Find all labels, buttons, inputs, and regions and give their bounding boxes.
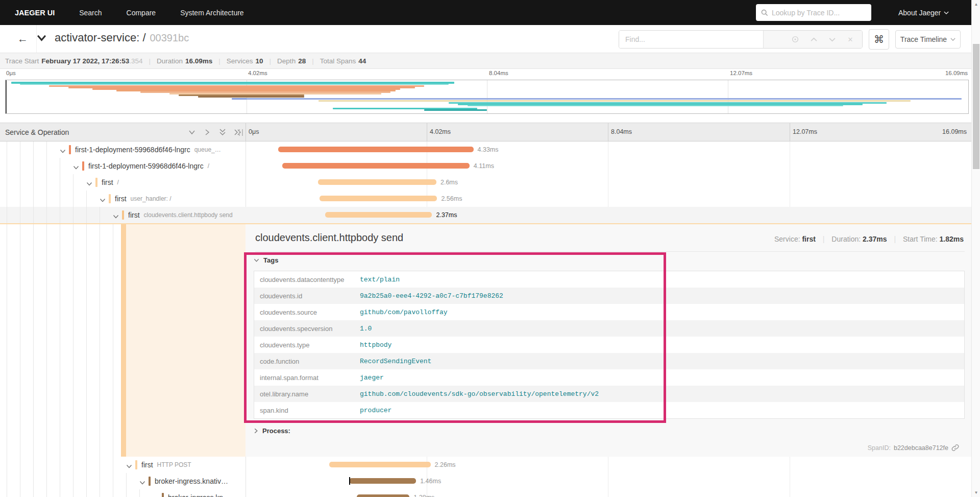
span-name-group[interactable]: first-1-deployment-59968d6f46-lngrc/ xyxy=(88,158,209,174)
span-duration-bar[interactable] xyxy=(278,147,474,152)
row-collapse-chevron-icon[interactable] xyxy=(73,163,79,172)
span-duration-bar[interactable] xyxy=(282,163,470,169)
span-id-label: SpanID: xyxy=(868,444,891,452)
span-duration-bar[interactable] xyxy=(318,179,436,185)
chevron-down-icon xyxy=(254,258,259,263)
span-name-group[interactable]: first-1-deployment-59968d6f46-lngrcqueue… xyxy=(75,141,221,158)
span-duration-bar[interactable] xyxy=(329,462,431,467)
tree-indent-guide xyxy=(33,489,34,497)
tree-indent-guide xyxy=(100,457,100,473)
row-collapse-chevron-icon[interactable] xyxy=(86,179,92,188)
tag-key: cloudevents.specversion xyxy=(254,325,360,333)
search-icon xyxy=(761,9,768,16)
span-duration-bar[interactable] xyxy=(320,196,437,201)
tree-indent-guide xyxy=(7,207,7,223)
find-next-icon[interactable] xyxy=(828,36,836,43)
tree-indent-guide xyxy=(73,489,74,497)
tree-indent-guide xyxy=(46,489,47,497)
span-name-group[interactable]: first/ xyxy=(102,174,119,191)
keyboard-shortcuts-button[interactable]: ⌘ xyxy=(869,29,889,50)
span-row[interactable]: first-1-deployment-59968d6f46-lngrcqueue… xyxy=(0,141,971,158)
scrollbar-thumb[interactable] xyxy=(973,44,979,169)
row-collapse-chevron-icon[interactable] xyxy=(139,478,145,487)
span-name-group[interactable]: broker-ingress.kn… xyxy=(168,489,230,497)
trace-id-lookup-input[interactable] xyxy=(772,9,866,17)
nav-brand-jaeger-ui[interactable]: JAEGER UI xyxy=(15,9,55,17)
tag-value: text/plain xyxy=(360,276,400,283)
span-row[interactable]: broker-ingress.knativ…1.46ms xyxy=(0,473,971,489)
tree-indent-guide xyxy=(20,174,20,191)
span-row[interactable]: firstHTTP POST2.26ms xyxy=(0,457,971,473)
span-duration-bar[interactable] xyxy=(349,478,416,484)
timeline-column-border xyxy=(246,123,246,141)
find-prev-icon[interactable] xyxy=(810,36,817,43)
span-detail-meta: Service: first | Duration: 2.37ms | Star… xyxy=(774,235,964,243)
tree-indent-guide xyxy=(46,224,47,457)
tag-key: cloudevents.id xyxy=(254,292,360,300)
tree-indent-guide xyxy=(46,158,47,174)
duration-label: Duration xyxy=(157,57,183,65)
span-name-group[interactable]: firstcloudevents.client.httpbody send xyxy=(128,207,233,223)
find-clear-icon[interactable]: ✕ xyxy=(847,36,854,43)
span-row[interactable]: first/2.6ms xyxy=(0,174,971,191)
timeline-tick: 12.07ms xyxy=(793,128,817,135)
chevron-down-icon xyxy=(944,11,949,15)
scrollbar-up-arrow[interactable]: ▲ xyxy=(972,0,980,9)
span-duration-label: 4.11ms xyxy=(474,158,494,174)
tree-indent-guide xyxy=(20,224,20,457)
chevron-right-icon xyxy=(254,428,258,434)
tree-indent-guide xyxy=(20,141,20,158)
tree-indent-guide xyxy=(46,174,47,191)
deep-link-icon[interactable] xyxy=(951,444,959,452)
service-name: first-1-deployment-59968d6f46-lngrc xyxy=(88,162,204,170)
trace-view-selector[interactable]: Trace Timeline xyxy=(895,30,961,49)
find-input[interactable] xyxy=(619,31,763,48)
service-color-chip xyxy=(162,493,164,497)
minimap-range-handle[interactable] xyxy=(6,80,7,113)
back-button[interactable]: ← xyxy=(9,25,37,53)
row-collapse-chevron-icon[interactable] xyxy=(126,462,132,471)
span-row[interactable]: broker-ingress.kn…1.28ms xyxy=(0,489,971,497)
span-name-group[interactable]: broker-ingress.knativ… xyxy=(155,473,228,489)
row-collapse-chevron-icon[interactable] xyxy=(100,196,106,205)
tags-accordion-header[interactable]: Tags xyxy=(254,256,278,264)
collapse-one-icon[interactable] xyxy=(188,128,196,136)
row-collapse-chevron-icon[interactable] xyxy=(60,147,66,156)
row-collapse-chevron-icon[interactable] xyxy=(153,494,159,497)
find-match-target-icon[interactable] xyxy=(792,36,799,43)
span-duration-bar[interactable] xyxy=(325,212,432,218)
trace-summary-bar: Trace Start February 17 2022, 17:26:53 .… xyxy=(0,53,971,69)
trace-minimap-canvas[interactable] xyxy=(5,80,969,114)
span-row[interactable]: firstcloudevents.client.httpbody send2.3… xyxy=(0,207,971,223)
span-name-group[interactable]: firstuser_handler: / xyxy=(115,191,172,207)
trace-title-collapse-chevron[interactable] xyxy=(37,34,46,44)
span-duration-label: 4.33ms xyxy=(478,141,499,158)
column-resizer-grip[interactable] xyxy=(239,129,243,136)
tree-indent-guide xyxy=(113,489,113,497)
nav-item-search[interactable]: Search xyxy=(79,9,102,17)
row-collapse-chevron-icon[interactable] xyxy=(113,212,119,221)
tag-row: cloudevents.sourcegithub/com/pavolloffay xyxy=(254,304,964,320)
collapse-all-icon[interactable] xyxy=(218,128,227,136)
span-name-group[interactable]: firstHTTP POST xyxy=(141,457,191,473)
about-jaeger-menu[interactable]: About Jaeger xyxy=(898,0,949,25)
minimap-tick: 12.07ms xyxy=(730,70,752,76)
tag-key: cloudevents.source xyxy=(254,309,360,316)
nav-item-compare[interactable]: Compare xyxy=(127,9,156,17)
span-rows-area: first-1-deployment-59968d6f46-lngrcqueue… xyxy=(0,141,971,497)
scrollbar-down-arrow[interactable]: ▼ xyxy=(972,488,980,497)
service-color-chip xyxy=(122,210,124,220)
span-row[interactable]: firstuser_handler: /2.56ms xyxy=(0,191,971,207)
tag-row: cloudevents.typehttpbody xyxy=(254,337,964,353)
process-accordion-header[interactable]: Process: xyxy=(254,427,290,435)
span-row[interactable]: first-1-deployment-59968d6f46-lngrc/4.11… xyxy=(0,158,971,174)
tree-collapse-controls xyxy=(188,128,242,136)
tree-indent-guide xyxy=(60,457,60,473)
service-color-chip xyxy=(109,194,111,203)
tree-indent-guide xyxy=(33,174,34,191)
expand-one-icon[interactable] xyxy=(203,128,211,136)
span-duration-bar[interactable] xyxy=(357,494,410,497)
nav-item-system-architecture[interactable]: System Architecture xyxy=(180,9,244,17)
tag-value: 1.0 xyxy=(360,325,372,333)
timeline-tick: 8.04ms xyxy=(611,128,632,135)
